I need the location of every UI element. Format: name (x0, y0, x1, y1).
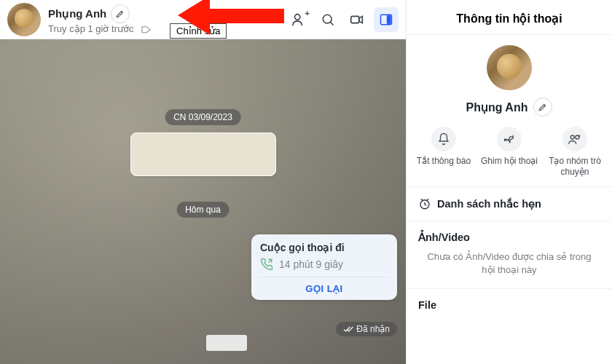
call-card[interactable]: Cuộc gọi thoại đi 14 phút 9 giây GỌI LẠI (251, 234, 397, 300)
edit-name-button-side[interactable] (533, 98, 552, 116)
panel-title: Thông tin hội thoại (407, 0, 612, 35)
search-icon (321, 12, 335, 27)
pin-button[interactable]: Ghim hội thoại (479, 127, 539, 178)
bell-icon (437, 132, 450, 146)
pencil-icon (115, 9, 125, 19)
double-check-icon (343, 324, 353, 334)
contact-name-large: Phụng Anh (466, 100, 528, 114)
chat-body[interactable]: CN 03/09/2023 Hôm qua Cuộc gọi thoại đi … (0, 39, 406, 364)
title-block: Phụng Anh Truy cập 1 giờ trước (48, 4, 152, 35)
contact-avatar[interactable] (7, 3, 41, 36)
call-duration-row: 14 phút 9 giây (260, 258, 388, 271)
media-empty-text: Chưa có Ảnh/Video được chia sẻ trong hội… (418, 243, 600, 278)
video-call-button[interactable] (345, 7, 369, 32)
reminders-section[interactable]: Danh sách nhắc hẹn (407, 187, 612, 221)
mute-button[interactable]: Tắt thông báo (414, 127, 474, 178)
edit-name-button[interactable] (111, 4, 130, 23)
svg-point-4 (570, 135, 574, 139)
delivery-receipt: Đã nhận (336, 322, 397, 336)
call-title: Cuộc gọi thoại đi (260, 242, 388, 253)
compose-fragment (206, 335, 247, 351)
info-panel: Thông tin hội thoại Phụng Anh Tắt thông … (406, 0, 612, 364)
group-plus-icon (568, 132, 582, 146)
clock-icon (418, 197, 431, 210)
file-section[interactable]: File (407, 289, 612, 321)
message-bubble[interactable] (130, 132, 276, 176)
create-group-button[interactable]: Tạo nhóm trò chuyện (545, 127, 605, 178)
date-divider: Hôm qua (176, 202, 230, 218)
pencil-icon (538, 102, 548, 112)
pin-icon (503, 132, 516, 146)
header-actions: + (286, 7, 399, 32)
call-back-button[interactable]: GỌI LẠI (260, 277, 388, 294)
tag-icon (141, 23, 152, 35)
toggle-info-panel-button[interactable] (374, 7, 399, 32)
chat-pane: Phụng Anh Truy cập 1 giờ trước + (0, 0, 406, 364)
date-divider: CN 03/09/2023 (165, 109, 241, 125)
svg-point-0 (295, 14, 300, 19)
svg-rect-2 (351, 16, 359, 23)
add-friend-button[interactable]: + (286, 7, 311, 32)
quick-action-row: Tắt thông báo Ghim hội thoại Tạo nhóm tr… (407, 116, 612, 178)
contact-avatar-large[interactable] (487, 45, 532, 90)
svg-point-1 (323, 15, 332, 23)
video-icon (349, 12, 365, 28)
phone-outgoing-icon (260, 258, 273, 271)
profile-block: Phụng Anh Tắt thông báo Ghim hội thoại T… (407, 35, 612, 187)
search-in-chat-button[interactable] (315, 7, 340, 32)
media-section[interactable]: Ảnh/Video Chưa có Ảnh/Video được chia sẻ… (407, 221, 612, 289)
last-seen: Truy cập 1 giờ trước (48, 23, 152, 35)
contact-name[interactable]: Phụng Anh (48, 7, 106, 20)
panel-right-icon (379, 12, 393, 27)
plus-icon: + (305, 9, 310, 17)
